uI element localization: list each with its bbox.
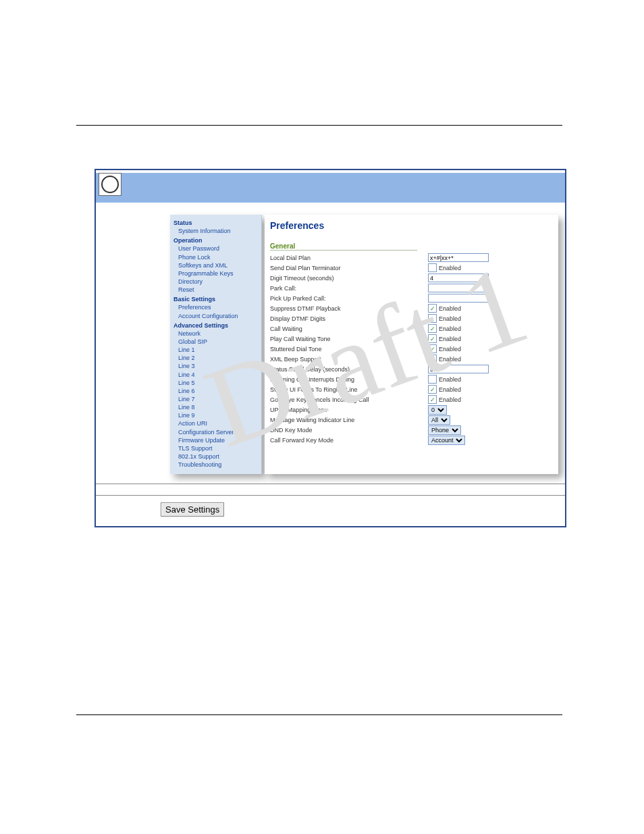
separator-row [96, 484, 565, 496]
sidebar-item-programmable-keys[interactable]: Programmable Keys [173, 269, 261, 278]
sidebar-item-line-2[interactable]: Line 2 [173, 354, 261, 362]
pref-text-input[interactable] [428, 284, 489, 292]
sidebar-item-troubleshooting[interactable]: Troubleshooting [173, 461, 261, 469]
group-general: General [270, 242, 417, 251]
pref-select[interactable]: Phone [428, 425, 461, 435]
pref-label: Call Forward Key Mode [270, 437, 428, 444]
page-title: Preferences [270, 220, 552, 231]
sidebar-item-network[interactable]: Network [173, 330, 261, 338]
pref-checkbox-label: Enabled [439, 346, 461, 353]
pref-checkbox[interactable]: ✓ [428, 344, 437, 353]
pref-select[interactable]: All [428, 415, 450, 425]
app-icon-box [99, 173, 122, 196]
pref-row: XML Beep Support✓Enabled [270, 354, 552, 364]
pref-checkbox-label: Enabled [439, 315, 461, 322]
sidebar-item-reset[interactable]: Reset [173, 286, 261, 294]
pref-label: Pick Up Parked Call: [270, 295, 428, 302]
sidebar-item-line-8[interactable]: Line 8 [173, 403, 261, 411]
sidebar-item-line-4[interactable]: Line 4 [173, 371, 261, 379]
pref-text-input[interactable] [428, 294, 489, 303]
pref-checkbox[interactable]: ✓ [428, 334, 437, 343]
pref-row: Switch UI Focus To Ringing Line✓Enabled [270, 384, 552, 394]
sidebar-item-line-7[interactable]: Line 7 [173, 395, 261, 403]
pref-row: DND Key ModePhone [270, 425, 552, 435]
pref-label: Park Call: [270, 285, 428, 292]
pref-row: Stuttered Dial Tone✓Enabled [270, 344, 552, 354]
pref-row: Message Waiting Indicator LineAll [270, 415, 552, 425]
sidebar-item-directory[interactable]: Directory [173, 278, 261, 286]
pref-checkbox[interactable]: ✓ [428, 355, 437, 363]
pref-select[interactable]: Account [428, 436, 465, 445]
sidebar-item-phone-lock[interactable]: Phone Lock [173, 253, 261, 261]
pref-row: Incoming Call Interrupts DialingEnabled [270, 374, 552, 384]
pref-checkbox-label: Enabled [439, 305, 461, 312]
pref-checkbox[interactable] [428, 314, 437, 323]
pref-label: Incoming Call Interrupts Dialing [270, 376, 428, 383]
pref-row: Digit Timeout (seconds) [270, 273, 552, 283]
pref-checkbox[interactable]: ✓ [428, 324, 437, 333]
pref-checkbox-label: Enabled [439, 265, 461, 271]
sidebar-item-softkeys-xml[interactable]: Softkeys and XML [173, 261, 261, 269]
pref-checkbox[interactable]: ✓ [428, 395, 437, 404]
divider-bottom [76, 714, 562, 715]
pref-row: Display DTMF DigitsEnabled [270, 313, 552, 323]
pref-label: Goodbye Key Cancels Incoming Call [270, 396, 428, 403]
pref-label: Call Waiting [270, 325, 428, 332]
sidebar-item-configuration-server[interactable]: Configuration Server [173, 428, 261, 436]
globe-icon [101, 176, 119, 193]
sidebar-item-line-6[interactable]: Line 6 [173, 387, 261, 395]
pref-select[interactable]: 0 [428, 405, 447, 415]
sidebar-item-8021x-support[interactable]: 802.1x Support [173, 452, 261, 461]
sidebar-item-action-uri[interactable]: Action URI [173, 419, 261, 427]
pref-row: Call Forward Key ModeAccount [270, 435, 552, 445]
sidebar-item-line-9[interactable]: Line 9 [173, 411, 261, 419]
sidebar-item-system-information[interactable]: System Information [173, 227, 261, 235]
pref-text-input[interactable] [428, 273, 489, 282]
divider-top [76, 125, 562, 126]
sidebar-item-line-3[interactable]: Line 3 [173, 362, 261, 370]
pref-row: Play Call Waiting Tone✓Enabled [270, 334, 552, 344]
pref-checkbox-label: Enabled [439, 336, 461, 342]
pref-checkbox-label: Enabled [439, 356, 461, 363]
pref-row: UPnP Mapping Lines0 [270, 405, 552, 415]
sidebar-item-tls-support[interactable]: TLS Support [173, 444, 261, 452]
sidebar-item-line-1[interactable]: Line 1 [173, 346, 261, 354]
app-frame: Status System Information Operation User… [95, 169, 566, 527]
save-settings-button[interactable]: Save Settings [161, 502, 224, 517]
pref-label: Message Waiting Indicator Line [270, 417, 428, 423]
pref-label: Status Scroll Delay (seconds) [270, 366, 428, 373]
header-bar [96, 173, 565, 203]
pref-label: Digit Timeout (seconds) [270, 275, 428, 282]
pref-checkbox[interactable]: ✓ [428, 385, 437, 394]
pref-checkbox-label: Enabled [439, 386, 461, 393]
pref-row: Status Scroll Delay (seconds) [270, 364, 552, 374]
pref-row: Call Waiting✓Enabled [270, 323, 552, 334]
sidebar-item-account-configuration[interactable]: Account Configuration [173, 312, 261, 320]
pref-text-input[interactable] [428, 253, 489, 262]
pref-checkbox-label: Enabled [439, 376, 461, 383]
pref-label: XML Beep Support [270, 356, 428, 363]
pref-label: UPnP Mapping Lines [270, 407, 428, 413]
pref-label: Switch UI Focus To Ringing Line [270, 386, 428, 393]
content-panel: Preferences General Local Dial PlanSend … [265, 215, 558, 474]
pref-checkbox[interactable]: ✓ [428, 304, 437, 313]
pref-text-input[interactable] [428, 365, 489, 373]
sidebar-item-line-5[interactable]: Line 5 [173, 379, 261, 387]
sidebar-item-global-sip[interactable]: Global SIP [173, 338, 261, 346]
pref-checkbox-label: Enabled [439, 325, 461, 332]
pref-label: Play Call Waiting Tone [270, 336, 428, 342]
sidebar-item-preferences[interactable]: Preferences [173, 303, 261, 311]
sidebar-item-firmware-update[interactable]: Firmware Update [173, 436, 261, 444]
pref-label: DND Key Mode [270, 427, 428, 434]
pref-row: Park Call: [270, 283, 552, 293]
pref-row: Goodbye Key Cancels Incoming Call✓Enable… [270, 394, 552, 405]
sidebar-item-user-password[interactable]: User Password [173, 244, 261, 253]
pref-checkbox[interactable] [428, 263, 437, 272]
pref-label: Local Dial Plan [270, 255, 428, 261]
pref-checkbox[interactable] [428, 375, 437, 384]
pref-label: Display DTMF Digits [270, 315, 428, 322]
sidebar-head-status: Status [173, 219, 261, 227]
pref-checkbox-label: Enabled [439, 396, 461, 403]
pref-label: Stuttered Dial Tone [270, 346, 428, 353]
sidebar-head-advanced: Advanced Settings [173, 321, 261, 330]
